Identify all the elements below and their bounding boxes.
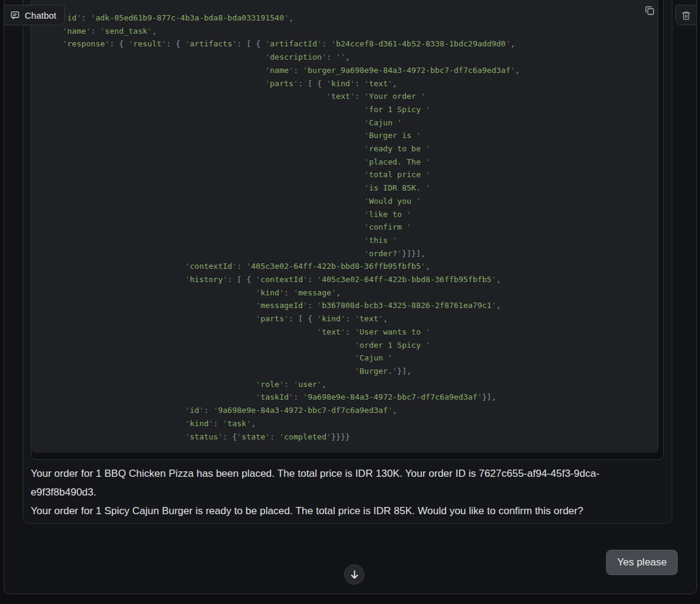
message-paragraph-pizza: Your order for 1 BBQ Chicken Pizza has b… bbox=[31, 464, 645, 502]
code-surface: { 'id': 'adk-05ed61b9-877c-4b3a-bda8-bda… bbox=[31, 0, 659, 453]
code-block: { 'id': 'adk-05ed61b9-877c-4b3a-bda8-bda… bbox=[31, 0, 664, 460]
chatbot-panel: { 'id': 'adk-05ed61b9-877c-4b3a-bda8-bda… bbox=[4, 0, 697, 594]
chat-bubble-icon bbox=[10, 10, 20, 20]
message-paragraph-burger: Your order for 1 Spicy Cajun Burger is r… bbox=[31, 502, 645, 520]
clear-chat-button[interactable] bbox=[675, 5, 697, 25]
chatbot-label: Chatbot bbox=[4, 5, 65, 25]
yes-please-option-button[interactable]: Yes please bbox=[606, 550, 678, 575]
copy-button[interactable] bbox=[642, 2, 657, 18]
chatbot-label-text: Chatbot bbox=[25, 10, 57, 20]
code-content[interactable]: { 'id': 'adk-05ed61b9-877c-4b3a-bda8-bda… bbox=[31, 0, 659, 449]
arrow-down-icon bbox=[349, 569, 360, 580]
copy-icon bbox=[644, 5, 655, 16]
trash-icon bbox=[681, 10, 691, 20]
bot-message-text: Your order for 1 BBQ Chicken Pizza has b… bbox=[31, 464, 645, 520]
scroll-to-bottom-button[interactable] bbox=[344, 564, 364, 585]
